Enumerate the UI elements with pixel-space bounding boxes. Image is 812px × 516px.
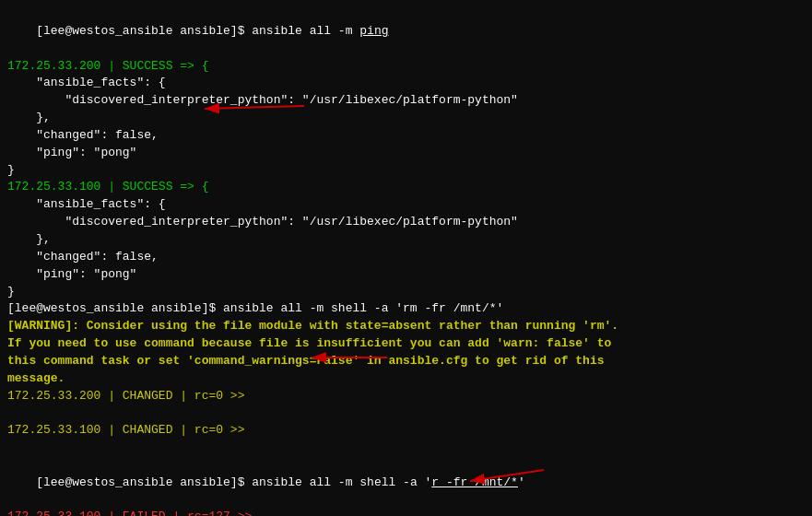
command-line-3: [lee@westos_ansible ansible]$ ansible al… <box>7 457 805 510</box>
prompt-text: [lee@westos_ansible ansible]$ ansible al… <box>36 24 359 38</box>
warning-line-2: If you need to use command because file … <box>7 335 805 353</box>
output-changed-false-2: "changed": false, <box>7 249 805 266</box>
output-line: }, <box>7 110 805 127</box>
output-success-2: 172.25.33.100 | SUCCESS => { <box>7 179 805 196</box>
changed-line-2: 172.25.33.100 | CHANGED | rc=0 >> <box>7 422 805 440</box>
changed-line-1: 172.25.33.200 | CHANGED | rc=0 >> <box>7 388 805 405</box>
output-brace-1: } <box>7 162 805 180</box>
blank-line-2 <box>7 440 805 457</box>
command-line-2: [lee@westos_ansible ansible]$ ansible al… <box>7 300 805 318</box>
output-line: "ansible_facts": { <box>7 75 805 92</box>
output-success-1: 172.25.33.200 | SUCCESS => { <box>7 58 805 76</box>
output-line: "ansible_facts": { <box>7 196 805 214</box>
output-ping-2: "ping": "pong" <box>7 266 805 284</box>
output-line: "discovered_interpreter_python": "/usr/l… <box>7 92 805 110</box>
warning-line-3: this command task or set 'command_warnin… <box>7 353 805 370</box>
command-ping: ping <box>359 24 388 38</box>
output-ping: "ping": "pong" <box>7 145 805 162</box>
warning-line-1: [WARNING]: Consider using the file modul… <box>7 318 805 335</box>
blank-line-1 <box>7 405 805 422</box>
output-changed-false-1: "changed": false, <box>7 127 805 145</box>
failed-line-1: 172.25.33.100 | FAILED | rc=127 >> <box>7 509 805 516</box>
output-brace-2: } <box>7 284 805 301</box>
command-line-1: [lee@westos_ansible ansible]$ ansible al… <box>7 6 805 58</box>
warning-line-4: message. <box>7 370 805 388</box>
output-line: }, <box>7 231 805 249</box>
terminal: [lee@westos_ansible ansible]$ ansible al… <box>0 0 812 516</box>
output-line: "discovered_interpreter_python": "/usr/l… <box>7 214 805 231</box>
